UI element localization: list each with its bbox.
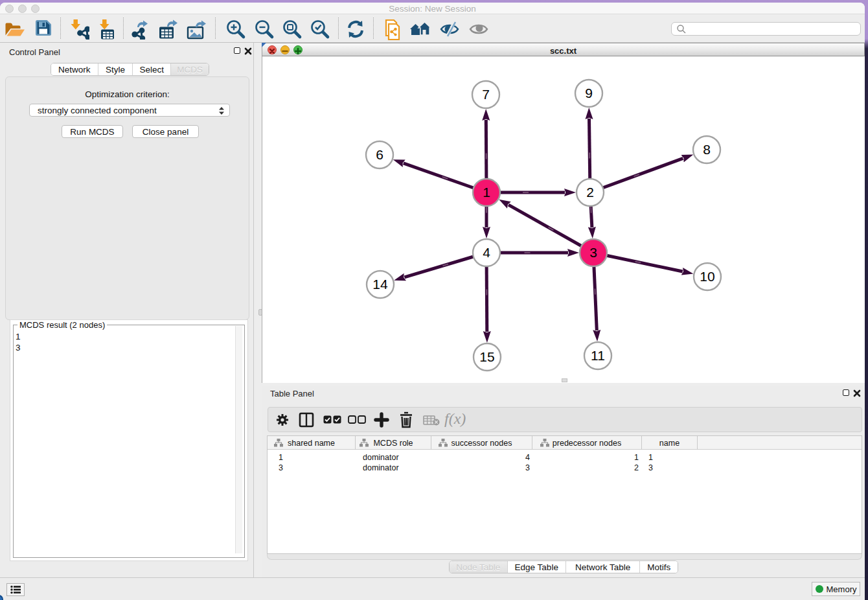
- svg-text:9: 9: [585, 86, 593, 100]
- svg-text:15: 15: [479, 349, 494, 364]
- svg-text:10: 10: [700, 269, 714, 284]
- svg-text:4: 4: [483, 245, 490, 260]
- svg-text:2: 2: [586, 185, 594, 200]
- svg-text:3: 3: [589, 245, 597, 260]
- svg-text:11: 11: [591, 348, 605, 363]
- svg-text:7: 7: [482, 87, 490, 102]
- svg-text:8: 8: [703, 142, 711, 157]
- svg-text:1: 1: [483, 185, 490, 200]
- svg-text:6: 6: [376, 147, 383, 162]
- svg-text:14: 14: [372, 277, 388, 292]
